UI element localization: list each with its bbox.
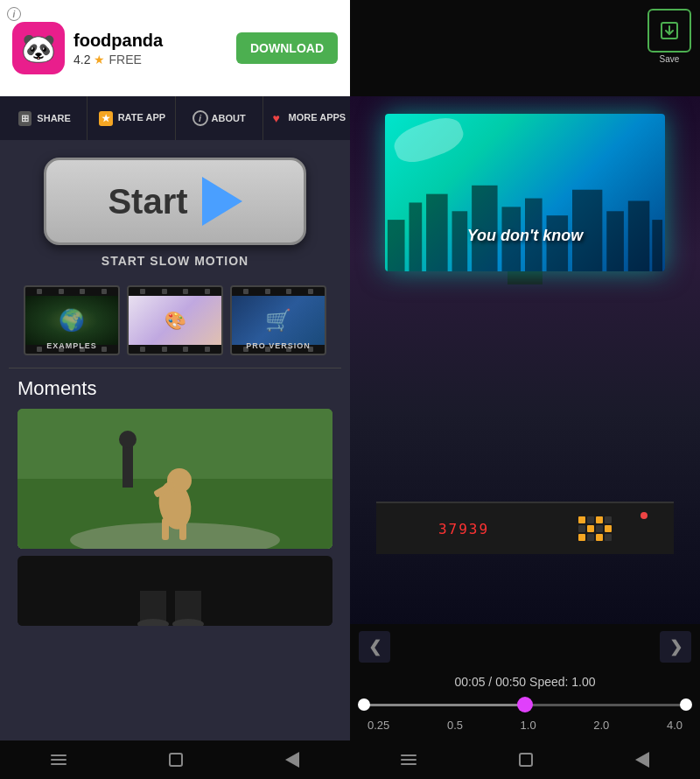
examples-label-3: PRO VERSION — [232, 341, 325, 350]
left-arrow-icon: ❮ — [368, 637, 382, 656]
save-icon — [659, 20, 680, 41]
svg-rect-4 — [122, 444, 133, 488]
right-panel: You don't know 37939 — [350, 96, 700, 779]
next-arrow[interactable]: ❯ — [660, 631, 691, 663]
svg-point-5 — [119, 431, 136, 448]
download-button[interactable]: DOWNLOAD — [236, 32, 338, 64]
save-label: Save — [648, 54, 691, 64]
example-3[interactable]: 🛒 PRO VERSION — [230, 285, 326, 355]
play-icon — [202, 177, 242, 226]
toolbar-more[interactable]: ♥ MORE APPS — [263, 96, 350, 140]
moments-section: Moments — [0, 368, 350, 740]
tv-screen: You don't know — [385, 114, 665, 271]
ad-app-icon: 🐼 — [12, 22, 65, 74]
left-nav-menu[interactable] — [51, 754, 66, 765]
right-nav-home[interactable] — [519, 753, 533, 767]
right-nav-menu[interactable] — [401, 754, 416, 765]
speed-05: 0.5 — [447, 719, 463, 732]
share-label: SHARE — [37, 113, 71, 123]
speed-40: 4.0 — [667, 719, 682, 732]
toolbar-about[interactable]: i ABOUT — [176, 96, 263, 140]
left-nav-back[interactable] — [285, 752, 299, 768]
example-1[interactable]: 🌍 EXAMPLES — [24, 285, 120, 355]
speed-20: 2.0 — [593, 719, 609, 732]
left-bottom-nav — [0, 740, 350, 779]
right-arrow-icon: ❯ — [669, 637, 682, 656]
right-nav-back[interactable] — [635, 752, 649, 768]
more-label: MORE APPS — [289, 112, 346, 123]
about-icon: i — [192, 110, 208, 126]
toolbar-rate[interactable]: ★ RATE APP — [88, 96, 175, 140]
toolbar-share[interactable]: ⊞ SHARE — [0, 96, 88, 140]
start-area: Start START SLOW MOTION — [0, 140, 350, 277]
left-nav-home[interactable] — [169, 753, 183, 767]
right-top-area: Save — [350, 0, 700, 96]
time-speed-display: 00:05 / 00:50 Speed: 1.00 — [364, 675, 686, 689]
svg-rect-9 — [179, 518, 186, 540]
device-display: 37939 — [438, 521, 489, 537]
moment-1[interactable] — [18, 409, 332, 549]
panda-icon: 🐼 — [21, 32, 56, 65]
share-icon: ⊞ — [16, 109, 33, 127]
left-panel: ⊞ SHARE ★ RATE APP i ABOUT ♥ — [0, 96, 350, 779]
ad-info: foodpanda 4.2 ★ FREE — [74, 31, 228, 67]
speed-labels: 0.25 0.5 1.0 2.0 4.0 — [364, 719, 686, 732]
app-container: i 🐼 foodpanda 4.2 ★ FREE DOWNLOAD — [0, 0, 700, 779]
examples-label-1: EXAMPLES — [25, 341, 118, 350]
speed-025: 0.25 — [368, 719, 389, 732]
moments-title: Moments — [18, 377, 332, 400]
start-button[interactable]: Start — [44, 158, 306, 245]
save-button[interactable] — [648, 9, 691, 53]
examples-row: 🌍 EXAMPLES — [0, 277, 350, 368]
ad-free: FREE — [108, 53, 141, 67]
top-row: i 🐼 foodpanda 4.2 ★ FREE DOWNLOAD — [0, 0, 700, 96]
rate-icon: ★ — [97, 109, 115, 127]
video-area: You don't know 37939 — [350, 96, 700, 624]
save-button-container: Save — [648, 9, 691, 64]
tv-scene: You don't know 37939 — [350, 96, 700, 624]
prev-arrow[interactable]: ❮ — [359, 631, 390, 663]
speed-10: 1.0 — [521, 719, 536, 732]
moment-2[interactable] — [18, 556, 332, 626]
slider-container[interactable] — [364, 696, 686, 713]
info-badge: i — [7, 7, 21, 21]
rate-label: RATE APP — [118, 112, 165, 123]
nav-arrows: ❮ ❯ — [350, 624, 700, 670]
ad-banner: i 🐼 foodpanda 4.2 ★ FREE DOWNLOAD — [0, 0, 350, 96]
ad-star: ★ — [94, 53, 105, 67]
toolbar: ⊞ SHARE ★ RATE APP i ABOUT ♥ — [0, 96, 350, 140]
main-layout: ⊞ SHARE ★ RATE APP i ABOUT ♥ — [0, 96, 700, 779]
start-subtitle: START SLOW MOTION — [102, 254, 248, 268]
tv-caption: You don't know — [385, 227, 665, 245]
about-label: ABOUT — [212, 113, 246, 123]
start-text: Start — [108, 182, 187, 221]
more-icon: ♥ — [268, 109, 285, 127]
right-bottom-nav — [350, 740, 700, 779]
ad-rating-row: 4.2 ★ FREE — [74, 53, 228, 67]
controls-area: 00:05 / 00:50 Speed: 1.00 0.25 0.5 1.0 2… — [350, 670, 700, 740]
svg-rect-8 — [162, 518, 169, 540]
example-2[interactable]: 🎨 — [127, 285, 223, 355]
ad-rating-value: 4.2 — [74, 53, 90, 67]
ad-app-name: foodpanda — [74, 31, 228, 51]
